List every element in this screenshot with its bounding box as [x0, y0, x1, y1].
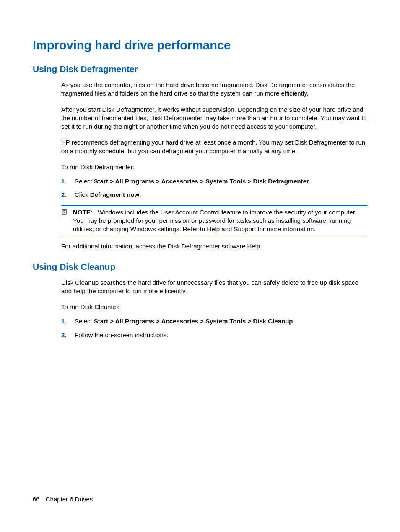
list-item: 2. Click Defragment now.: [61, 191, 367, 199]
chapter-label: Chapter 6 Drives: [46, 496, 93, 503]
text: .: [309, 178, 311, 185]
section-heading-defragmenter: Using Disk Defragmenter: [33, 64, 367, 74]
step-text: Follow the on-screen instructions.: [75, 331, 367, 339]
step-number: 2.: [61, 191, 75, 199]
text-bold: Defragment now: [90, 191, 140, 198]
step-number: 1.: [61, 317, 75, 325]
paragraph: To run Disk Defragmenter:: [61, 163, 367, 171]
paragraph: For additional information, access the D…: [61, 242, 367, 251]
list-item: 1. Select Start > All Programs > Accesso…: [61, 177, 367, 186]
note-body: Windows includes the User Account Contro…: [73, 209, 356, 233]
step-text: Select Start > All Programs > Accessorie…: [75, 317, 367, 325]
step-number: 2.: [61, 331, 75, 339]
page-container: Improving hard drive performance Using D…: [0, 0, 400, 532]
text-bold: Start > All Programs > Accessories > Sys…: [94, 318, 293, 325]
paragraph: HP recommends defragmenting your hard dr…: [61, 138, 367, 155]
text-bold: Start > All Programs > Accessories > Sys…: [94, 178, 309, 185]
note-text: NOTE: Windows includes the User Account …: [73, 208, 367, 234]
paragraph: To run Disk Cleanup:: [61, 303, 367, 311]
step-number: 1.: [61, 177, 75, 186]
text: Select: [75, 318, 94, 325]
note-box: NOTE: Windows includes the User Account …: [61, 205, 367, 237]
note-label: NOTE:: [73, 209, 93, 216]
paragraph: After you start Disk Defragmenter, it wo…: [61, 106, 367, 131]
steps-list: 1. Select Start > All Programs > Accesso…: [61, 317, 367, 339]
step-text: Click Defragment now.: [75, 191, 367, 199]
page-title: Improving hard drive performance: [33, 39, 367, 52]
text: .: [139, 191, 141, 198]
list-item: 1. Select Start > All Programs > Accesso…: [61, 317, 367, 325]
list-item: 2. Follow the on-screen instructions.: [61, 331, 367, 339]
section-heading-cleanup: Using Disk Cleanup: [33, 262, 367, 272]
page-footer: 66Chapter 6 Drives: [33, 496, 93, 503]
page-number: 66: [33, 496, 40, 503]
paragraph: As you use the computer, files on the ha…: [61, 81, 367, 98]
text: .: [293, 318, 295, 325]
steps-list: 1. Select Start > All Programs > Accesso…: [61, 177, 367, 199]
step-text: Select Start > All Programs > Accessorie…: [75, 177, 367, 186]
text: Click: [75, 191, 90, 198]
note-icon: [61, 208, 73, 234]
text: Select: [75, 178, 94, 185]
paragraph: Disk Cleanup searches the hard drive for…: [61, 279, 367, 296]
